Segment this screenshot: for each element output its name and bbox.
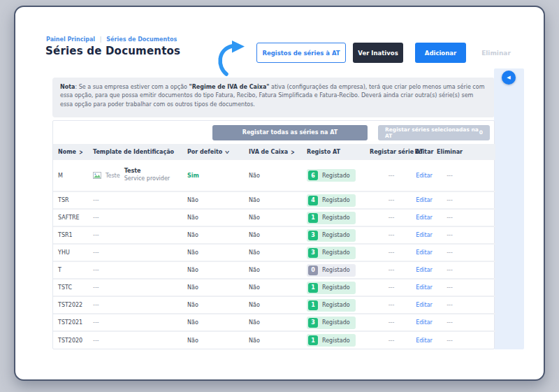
registration-count-badge: 1 <box>308 213 318 223</box>
registration-count-badge: 4 <box>308 196 318 205</box>
template-empty: --- <box>93 284 99 291</box>
template-empty: --- <box>93 249 99 256</box>
template-empty: --- <box>93 232 99 238</box>
edit-link[interactable]: Editar <box>416 284 433 291</box>
table-row[interactable]: TSR1 --- Não Não 3 Registado --- Editar … <box>53 226 495 244</box>
register-selected-series-button[interactable]: Registar séries selecionadas na AT 0 <box>378 125 490 140</box>
registration-cell: 1 Registado <box>303 209 370 226</box>
delete-cell: --- <box>435 160 495 191</box>
edit-cell: Editar <box>413 160 435 191</box>
default-value: Sim <box>184 160 245 191</box>
template-title: Teste <box>124 168 170 175</box>
delete-cell: --- <box>435 191 495 209</box>
adicionar-button[interactable]: Adicionar <box>415 43 466 63</box>
annotation-arrow-icon <box>217 41 252 78</box>
register-series-cell: --- <box>370 209 413 226</box>
collapse-panel-button[interactable]: ◀ <box>502 71 516 85</box>
table-row[interactable]: TST2020 --- Não Não 1 Registado --- Edit… <box>53 331 495 349</box>
series-name: YHU <box>53 244 89 261</box>
table-row[interactable]: M Teste Teste Service provider Sim N <box>53 160 495 191</box>
edit-link[interactable]: Editar <box>416 215 433 221</box>
status-label: Registado <box>322 284 350 291</box>
edit-link[interactable]: Editar <box>416 249 433 256</box>
edit-link[interactable]: Editar <box>416 232 433 238</box>
eliminar-button[interactable]: Eliminar <box>475 43 517 63</box>
status-label: Registado <box>322 232 350 238</box>
template-empty: --- <box>93 215 99 221</box>
edit-link[interactable]: Editar <box>416 319 433 326</box>
ver-inativos-button[interactable]: Ver Inativos <box>353 43 403 63</box>
series-table-card: Registar todas as séries na AT Registar … <box>52 120 495 349</box>
registration-count-badge: 3 <box>308 318 318 328</box>
registos-series-at-button[interactable]: Registos de séries à AT <box>256 43 346 63</box>
template-subtitle: Service provider <box>124 175 170 183</box>
table-toolbar: Registar todas as séries na AT Registar … <box>53 121 494 144</box>
template-empty: --- <box>93 302 99 308</box>
column-header[interactable]: IVA de Caixa> <box>245 144 303 160</box>
chevron-left-icon: ◀ <box>507 75 510 80</box>
register-all-series-button[interactable]: Registar todas as séries na AT <box>212 125 368 140</box>
breadcrumb-link-painel[interactable]: Painel Principal <box>46 36 95 43</box>
delete-cell: --- <box>435 314 495 331</box>
status-label: Registado <box>322 319 350 326</box>
register-series-cell: --- <box>370 314 413 331</box>
default-value: Não <box>184 244 245 261</box>
edit-link[interactable]: Editar <box>416 267 433 273</box>
note-label: Nota <box>60 84 75 90</box>
registration-cell: 1 Registado <box>303 279 370 296</box>
default-value: Não <box>184 279 245 296</box>
iva-value: Não <box>245 261 303 279</box>
column-header: Template de Identificação <box>89 144 184 160</box>
edit-link[interactable]: Editar <box>416 302 433 308</box>
series-name: TSTC <box>53 279 89 296</box>
edit-link[interactable]: Editar <box>416 337 433 344</box>
edit-cell: Editar <box>413 244 435 261</box>
template-cell: --- <box>89 279 184 296</box>
series-name: M <box>53 160 89 191</box>
table-row[interactable]: YHU --- Não Não 3 Registado --- Editar -… <box>53 244 495 261</box>
table-row[interactable]: TST2022 --- Não Não 1 Registado --- Edit… <box>53 296 495 314</box>
series-name: TST2020 <box>53 331 89 349</box>
template-cell: --- <box>89 244 184 261</box>
table-row[interactable]: TSR --- Não Não 4 Registado --- Editar -… <box>53 191 495 209</box>
page-content: Painel Principal | Séries de Documentos … <box>15 7 544 379</box>
column-header[interactable]: Nome> <box>53 144 89 160</box>
table-row[interactable]: SAFTRE --- Não Não 1 Registado --- Edita… <box>53 209 495 226</box>
table-row[interactable]: TST2021 --- Não Não 3 Registado --- Edit… <box>53 314 495 331</box>
selected-count: 0 <box>479 129 483 136</box>
column-header: Eliminar <box>435 144 495 160</box>
edit-cell: Editar <box>413 296 435 314</box>
series-table: Nome>Template de IdentificaçãoPor defeit… <box>53 144 495 349</box>
status-badge: 1 Registado <box>307 282 356 294</box>
template-empty: --- <box>93 267 99 273</box>
series-table-head-row: Nome>Template de IdentificaçãoPor defeit… <box>53 144 495 160</box>
template-cell: Teste Teste Service provider <box>89 160 184 191</box>
column-header-label: Registo AT <box>307 149 340 155</box>
registration-cell: 0 Registado <box>303 261 370 279</box>
broken-image-icon <box>93 171 101 180</box>
default-value: Não <box>184 209 245 226</box>
table-row[interactable]: TSTC --- Não Não 1 Registado --- Editar … <box>53 279 495 296</box>
edit-link[interactable]: Editar <box>416 173 433 179</box>
status-badge: 1 Registado <box>307 299 356 312</box>
registration-cell: 3 Registado <box>303 314 370 331</box>
status-badge: 3 Registado <box>307 247 356 259</box>
page-title: Séries de Documentos <box>45 45 180 57</box>
edit-link[interactable]: Editar <box>416 197 433 203</box>
registration-cell: 1 Registado <box>303 296 370 314</box>
default-value: Não <box>184 314 245 331</box>
default-value: Não <box>184 296 245 314</box>
status-badge: 3 Registado <box>307 229 356 242</box>
registration-cell: 6 Registado <box>303 160 370 191</box>
column-header-label: Nome <box>58 149 76 155</box>
table-row[interactable]: T --- Não Não 0 Registado --- Editar --- <box>53 261 495 279</box>
status-badge: 1 Registado <box>307 212 356 224</box>
breadcrumb-link-series[interactable]: Séries de Documentos <box>106 36 177 43</box>
iva-value: Não <box>245 314 303 331</box>
template-empty: --- <box>93 337 99 344</box>
register-series-cell: --- <box>370 331 413 349</box>
default-value: Não <box>184 261 245 279</box>
delete-cell: --- <box>435 279 495 296</box>
column-header[interactable]: Por defeito> <box>184 144 245 160</box>
series-name: TSR1 <box>53 226 89 244</box>
